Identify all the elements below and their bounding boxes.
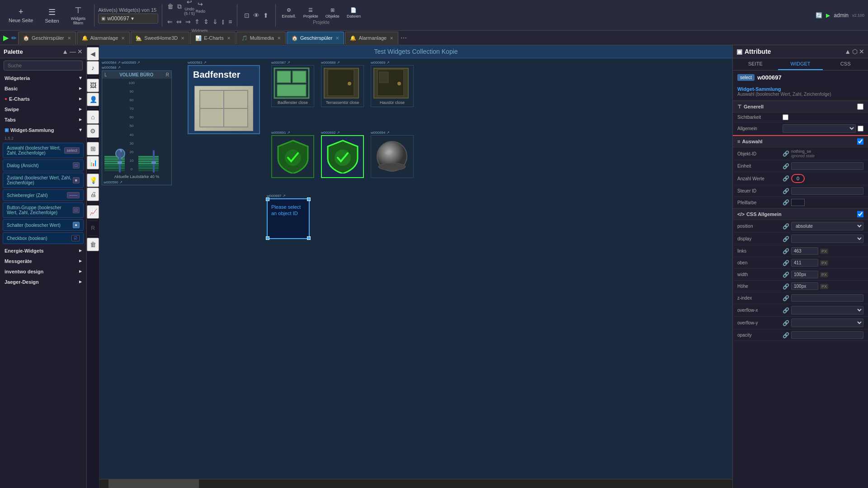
- palette-close-button[interactable]: ✕: [77, 48, 83, 55]
- widget-zustand[interactable]: Zustand (boolescher Wert, Zahl, Zeichenf…: [3, 173, 84, 188]
- widget-button-gruppe[interactable]: Button-Gruppe (boolescher Wert, Zahl, Ze…: [3, 202, 84, 218]
- side-icon-table[interactable]: ⊞: [87, 142, 99, 155]
- width-link-icon[interactable]: 🔗: [783, 272, 789, 278]
- volume-widget-container[interactable]: w000584 ↗ w000585 ↗ w000588 ↗ L VOLUME B…: [102, 61, 172, 185]
- palette-up-button[interactable]: ▲: [62, 48, 68, 55]
- tab-geschirrspuler-1[interactable]: 🏠 Geschirrspüler ✕: [18, 32, 76, 44]
- right-panel-detach-button[interactable]: ⬡: [852, 48, 858, 55]
- align-bottom-button[interactable]: ⇓: [211, 17, 219, 27]
- export-widget-button[interactable]: ⊡: [243, 10, 251, 20]
- overflow-x-link-icon[interactable]: 🔗: [783, 307, 789, 314]
- hohe-link-icon[interactable]: 🔗: [783, 283, 789, 290]
- handle-br[interactable]: [307, 236, 311, 240]
- zindex-link-icon[interactable]: 🔗: [783, 295, 789, 301]
- einheit-input[interactable]: [791, 162, 863, 170]
- upload-button[interactable]: ⬆: [262, 10, 270, 20]
- neue-seite-button[interactable]: + Neue Seite: [6, 6, 35, 24]
- css-allgemein-checkbox[interactable]: [857, 211, 863, 217]
- position-link-icon[interactable]: 🔗: [783, 223, 789, 230]
- pfeilfarbe-color-picker[interactable]: [791, 199, 805, 206]
- category-messgeraete[interactable]: Messgeräte ▸: [0, 256, 86, 266]
- overflow-y-link-icon[interactable]: 🔗: [783, 320, 789, 326]
- tab-sweethome3d[interactable]: 🏡 SweetHome3D ✕: [131, 32, 189, 44]
- side-icon-home[interactable]: ⌂: [87, 110, 99, 124]
- side-icon-graph[interactable]: 📈: [87, 205, 99, 219]
- palette-collapse-button[interactable]: —: [70, 48, 76, 55]
- canvas-content[interactable]: w000584 ↗ w000585 ↗ w000588 ↗ L VOLUME B…: [99, 58, 732, 488]
- run-button[interactable]: ▶: [2, 32, 10, 43]
- projekte-button[interactable]: ☰ Projekte: [301, 6, 321, 20]
- links-link-icon[interactable]: 🔗: [783, 248, 789, 254]
- canvas-scrollbar-horizontal[interactable]: [99, 479, 732, 488]
- anzahl-highlight-box[interactable]: 0: [791, 174, 805, 183]
- slider-right[interactable]: [153, 150, 155, 173]
- badfenster-close-widget[interactable]: Badfenster close: [271, 65, 314, 107]
- widgets-filtern-button[interactable]: ⊤ Widgets filtern: [69, 4, 88, 27]
- pfeilfarbe-link-icon[interactable]: 🔗: [783, 199, 789, 206]
- slider-right-thumb[interactable]: [151, 161, 156, 164]
- close-tab-6[interactable]: ✕: [335, 36, 339, 41]
- category-jaeger[interactable]: Jaeger-Design ▸: [0, 277, 86, 287]
- widget-checkbox[interactable]: Checkbox (boolean) ☑: [3, 232, 84, 244]
- close-tab-5[interactable]: ✕: [277, 36, 281, 41]
- tab-widget[interactable]: WIDGET: [778, 58, 823, 70]
- einstell-button[interactable]: ⚙ Einstell.: [279, 6, 298, 20]
- delete-widget-button[interactable]: 🗑: [166, 1, 175, 11]
- tab-alarmanlage-2[interactable]: 🔔 Alarmanlage ✕: [345, 32, 398, 44]
- category-widgeteria[interactable]: Widgeteria ▾: [0, 73, 86, 83]
- handle-bl[interactable]: [266, 236, 269, 240]
- widget-schieberegler[interactable]: Schieberegler (Zahl) ——: [3, 189, 84, 201]
- category-basic[interactable]: Basic ▸: [0, 83, 86, 94]
- hohe-input[interactable]: [791, 282, 818, 290]
- tab-more-button[interactable]: ⋯: [399, 33, 408, 43]
- distribute-h-button[interactable]: ⫿: [220, 17, 226, 27]
- side-icon-print[interactable]: 🖨: [87, 188, 99, 201]
- align-right-button[interactable]: ⇒: [184, 17, 192, 27]
- slider-left-thumb[interactable]: [118, 161, 122, 164]
- sichtbarkeit-checkbox[interactable]: [783, 114, 788, 120]
- widget-schalter[interactable]: Schalter (boolescher Wert) ●: [3, 219, 84, 231]
- align-left-button[interactable]: ⇐: [166, 17, 174, 27]
- category-swipe[interactable]: Swipe ▸: [0, 104, 86, 114]
- side-icon-user[interactable]: 👤: [87, 93, 99, 106]
- position-select[interactable]: absolute: [791, 222, 863, 230]
- tab-css[interactable]: CSS: [823, 58, 868, 70]
- align-center-v-button[interactable]: ⇕: [202, 17, 210, 27]
- objekte-button[interactable]: ⊞ Objekte: [323, 6, 342, 20]
- category-widget-sammlung[interactable]: ▣Widget-Sammlung ▾: [0, 125, 86, 135]
- selected-widget[interactable]: Please select an object ID: [267, 198, 310, 239]
- distribute-v-button[interactable]: ≡: [227, 17, 233, 27]
- tab-multimedia[interactable]: 🎵 Multimedia ✕: [236, 32, 286, 44]
- close-tab-1[interactable]: ✕: [67, 36, 71, 41]
- haustur-widget[interactable]: Haustür close: [371, 65, 414, 107]
- view-button[interactable]: 👁: [252, 10, 261, 20]
- badfenster-widget[interactable]: Badfenster: [188, 65, 260, 134]
- oben-input[interactable]: [791, 259, 818, 267]
- undo-button[interactable]: ↩: [185, 0, 193, 7]
- terrassentur-widget[interactable]: Terrassentür close: [321, 65, 364, 107]
- widget-auswahl[interactable]: Auswahl (boolescher Wert, Zahl, Zeichenf…: [3, 143, 84, 158]
- widget-dialog[interactable]: Dialog (Ansicht) □: [3, 160, 84, 171]
- auswahl-checkbox[interactable]: [857, 138, 863, 145]
- widget-selector[interactable]: ▣ w000697 ▾: [98, 14, 158, 23]
- category-energie[interactable]: Energie-Widgets ▸: [0, 245, 86, 256]
- tab-alarmanlage-1[interactable]: 🔔 Alarmanlage ✕: [77, 32, 130, 44]
- side-icon-gear[interactable]: ⚙: [87, 124, 99, 138]
- copy-widget-button[interactable]: ⧉: [176, 1, 183, 12]
- steuer-id-link-icon[interactable]: 🔗: [783, 188, 789, 194]
- palette-search-input[interactable]: [4, 61, 83, 70]
- anzahl-link-icon[interactable]: 🔗: [783, 175, 789, 182]
- opacity-link-icon[interactable]: 🔗: [783, 332, 789, 338]
- side-icon-music[interactable]: ♪: [87, 61, 99, 75]
- allgemein-checkbox[interactable]: [858, 126, 863, 131]
- generell-checkbox[interactable]: [857, 103, 863, 110]
- opacity-input[interactable]: [791, 331, 863, 339]
- objekt-id-link-icon[interactable]: 🔗: [783, 150, 789, 157]
- dateien-button[interactable]: 📄 Dateien: [344, 6, 363, 20]
- volume-widget[interactable]: L VOLUME BÜRO R: [102, 70, 172, 185]
- category-echarts[interactable]: ●E-Charts ▸: [0, 94, 86, 104]
- seiten-button[interactable]: ☰ Seiten: [42, 6, 61, 25]
- right-panel-up-button[interactable]: ▲: [844, 48, 851, 55]
- links-input[interactable]: [791, 247, 818, 255]
- close-tab-3[interactable]: ✕: [181, 36, 184, 41]
